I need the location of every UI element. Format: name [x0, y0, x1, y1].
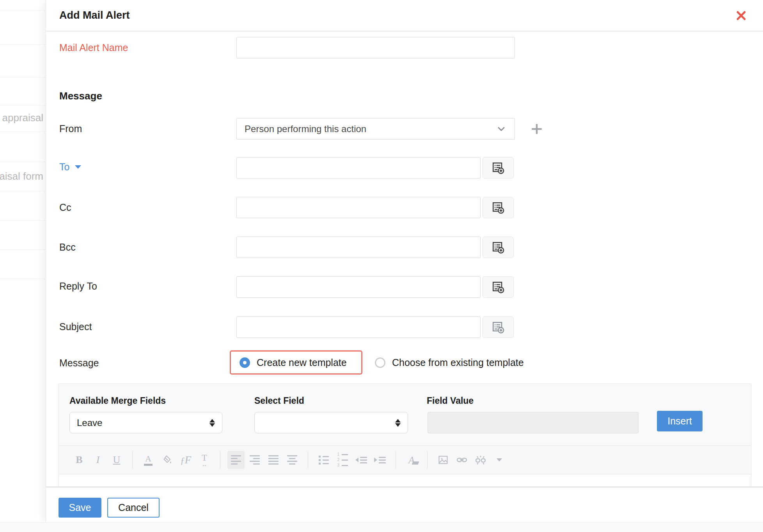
- align-center-icon[interactable]: [284, 451, 301, 469]
- to-label: To: [59, 161, 69, 173]
- outdent-icon[interactable]: [353, 451, 370, 469]
- cc-insert-field-button[interactable]: [483, 197, 514, 218]
- toolbar-separator: [396, 451, 396, 468]
- cc-label: Cc: [59, 202, 71, 213]
- add-from-address-icon[interactable]: [529, 118, 545, 140]
- select-field-label: Select Field: [254, 396, 304, 406]
- font-color-icon[interactable]: A: [140, 451, 157, 469]
- to-insert-field-button[interactable]: [483, 157, 514, 179]
- toolbar-separator: [132, 451, 133, 468]
- field-value-label: Field Value: [427, 396, 474, 406]
- bcc-input[interactable]: [236, 237, 481, 258]
- bold-icon[interactable]: B: [71, 451, 88, 469]
- divider: [0, 105, 46, 106]
- modal-header: Add Mail Alert: [46, 0, 763, 32]
- create-new-template-label[interactable]: Create new template: [257, 357, 347, 368]
- available-merge-fields-label: Available Merge Fields: [69, 396, 166, 406]
- choose-existing-template-label[interactable]: Choose from existing template: [392, 357, 524, 368]
- from-dropdown[interactable]: Person performing this action: [236, 118, 515, 140]
- more-options-icon[interactable]: [491, 451, 508, 469]
- align-justify-icon[interactable]: [265, 451, 282, 469]
- save-button[interactable]: Save: [59, 498, 101, 518]
- background-text-appraisal: appraisal: [2, 112, 43, 124]
- to-input[interactable]: [236, 157, 481, 179]
- align-right-icon[interactable]: [246, 451, 263, 469]
- modal-title: Add Mail Alert: [59, 9, 130, 21]
- subject-label: Subject: [59, 321, 92, 332]
- background-page: appraisal aisal form: [0, 0, 46, 532]
- choose-existing-template-option: Choose from existing template: [375, 357, 524, 368]
- divider: [0, 249, 46, 250]
- cc-input[interactable]: [236, 197, 481, 218]
- align-left-icon[interactable]: [227, 451, 245, 469]
- subject-insert-field-button[interactable]: [483, 316, 514, 338]
- insert-image-icon[interactable]: [435, 451, 452, 469]
- choose-existing-template-radio[interactable]: [375, 357, 385, 368]
- field-value-input: [428, 412, 639, 433]
- select-field-select[interactable]: [254, 412, 408, 433]
- from-selected-value: Person performing this action: [245, 124, 366, 134]
- subject-input[interactable]: [236, 316, 481, 338]
- footer-divider: [46, 486, 763, 488]
- font-size-icon[interactable]: T↔: [196, 451, 213, 469]
- reply-to-label: Reply To: [59, 281, 97, 292]
- indent-icon[interactable]: [371, 451, 389, 469]
- to-label-dropdown[interactable]: To: [59, 161, 81, 173]
- divider: [0, 132, 46, 132]
- message-section-title: Message: [59, 90, 102, 102]
- divider: [0, 162, 46, 162]
- divider: [0, 220, 46, 221]
- insert-button[interactable]: Insert: [657, 411, 703, 431]
- chevron-down-icon: [496, 124, 507, 134]
- create-new-template-radio[interactable]: [240, 357, 250, 368]
- italic-icon[interactable]: I: [89, 451, 106, 469]
- add-mail-alert-modal: Add Mail Alert Mail Alert Name Message F…: [46, 0, 763, 522]
- available-merge-fields-select[interactable]: Leave: [69, 412, 222, 433]
- bullet-list-icon[interactable]: [315, 451, 332, 469]
- mail-alert-name-input[interactable]: [236, 37, 515, 58]
- divider: [0, 10, 46, 11]
- numbered-list-icon[interactable]: 1 2 3: [334, 451, 351, 469]
- mail-alert-name-label: Mail Alert Name: [59, 42, 128, 53]
- toolbar-separator: [220, 451, 220, 468]
- insert-link-icon[interactable]: [453, 451, 470, 469]
- caret-down-icon: [75, 165, 81, 169]
- editor-toolbar: B I U A ƒF T↔: [59, 446, 751, 474]
- reply-to-insert-field-button[interactable]: [483, 276, 514, 298]
- unlink-icon[interactable]: [472, 451, 489, 469]
- merge-fields-panel: Available Merge Fields Leave Select Fiel…: [59, 384, 751, 446]
- clear-formatting-icon[interactable]: A: [403, 451, 420, 469]
- select-spinner-icon: [209, 419, 215, 427]
- toolbar-separator: [308, 451, 308, 468]
- background-color-icon[interactable]: [158, 451, 176, 469]
- divider: [0, 77, 46, 78]
- bcc-insert-field-button[interactable]: [483, 237, 514, 258]
- underline-icon[interactable]: U: [108, 451, 125, 469]
- message-template-label: Message: [59, 357, 99, 369]
- close-icon[interactable]: [734, 9, 748, 23]
- bcc-label: Bcc: [59, 242, 76, 253]
- available-merge-fields-value: Leave: [77, 417, 102, 428]
- divider: [0, 279, 46, 279]
- from-label: From: [59, 123, 82, 134]
- font-family-icon[interactable]: ƒF: [177, 451, 194, 469]
- background-text-appraisal-form: aisal form: [0, 170, 43, 182]
- reply-to-input[interactable]: [236, 276, 481, 298]
- divider: [0, 44, 46, 45]
- editor-body[interactable]: [59, 474, 751, 486]
- select-spinner-icon: [395, 419, 401, 427]
- divider: [0, 191, 46, 191]
- page-bottom-strip: [0, 522, 763, 532]
- cancel-button[interactable]: Cancel: [107, 498, 160, 518]
- toolbar-separator: [427, 451, 428, 468]
- create-new-template-highlight: Create new template: [230, 350, 362, 375]
